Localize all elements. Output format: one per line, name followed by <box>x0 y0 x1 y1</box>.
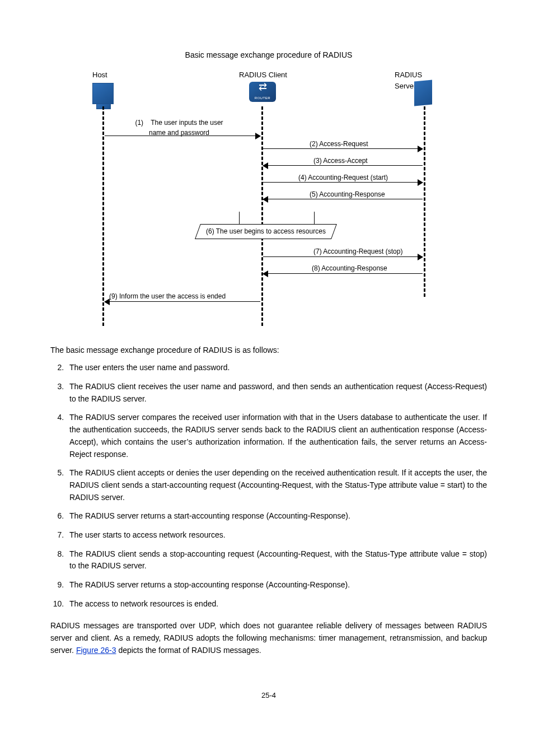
closing-after: depicts the format of RADIUS messages. <box>118 646 261 655</box>
msg-6-connector-left <box>239 212 240 224</box>
step-9: The RADIUS server returns a stop-account… <box>66 579 487 591</box>
procedure-list: The user enters the user name and passwo… <box>50 362 487 610</box>
msg-9-label: (9) Inform the user the access is ended <box>109 291 226 302</box>
msg-2-label: (2) Access-Request <box>310 139 368 150</box>
host-label: Host <box>92 69 107 81</box>
closing-paragraph: RADIUS messages are transported over UDP… <box>50 620 487 656</box>
step-2: The user enters the user name and passwo… <box>66 362 487 374</box>
figure-reference-link[interactable]: Figure 26-3 <box>76 646 116 655</box>
msg-3-arrow <box>263 165 423 166</box>
msg-7-arrow <box>263 256 423 258</box>
msg-3-label: (3) Access-Accept <box>313 156 368 166</box>
step-3: The RADIUS client receives the user name… <box>66 381 487 405</box>
step-6: The RADIUS server returns a start-accoun… <box>66 510 487 522</box>
step-4: The RADIUS server compares the received … <box>66 412 487 460</box>
client-label: RADIUS Client <box>239 69 287 81</box>
page-number: 25-4 <box>50 690 487 701</box>
step-8: The RADIUS client sends a stop-accountin… <box>66 548 487 572</box>
lifeline-host <box>102 106 104 326</box>
msg-6-connector-right <box>314 212 315 224</box>
radius-sequence-diagram: Host RADIUS Client RADIUS Server (1) The… <box>92 67 445 330</box>
host-icon <box>92 83 114 104</box>
step-10: The access to network resources is ended… <box>66 598 487 610</box>
msg-7-label: (7) Accounting-Request (stop) <box>313 246 402 257</box>
router-icon <box>249 82 276 102</box>
figure-caption: Basic message exchange procedure of RADI… <box>50 49 487 62</box>
msg-8-label: (8) Accounting-Response <box>312 263 387 274</box>
msg-4-arrow <box>263 182 423 183</box>
lifeline-client <box>261 106 263 326</box>
msg-6-label: (6) The user begins to access resources <box>206 226 326 237</box>
msg-6-box: (6) The user begins to access resources <box>195 224 337 239</box>
step-5: The RADIUS client accepts or denies the … <box>66 467 487 503</box>
intro-line: The basic message exchange procedure of … <box>50 344 487 357</box>
step-7: The user starts to access network resour… <box>66 529 487 542</box>
msg-5-label: (5) Accounting-Response <box>310 189 385 200</box>
msg-4-label: (4) Accounting-Request (start) <box>298 172 388 183</box>
lifeline-server <box>424 106 425 297</box>
msg-5-arrow <box>263 199 423 200</box>
msg-9-arrow <box>105 301 260 302</box>
content-body: The basic message exchange procedure of … <box>50 344 487 657</box>
page: Basic message exchange procedure of RADI… <box>0 0 534 724</box>
msg-1-arrow <box>105 136 260 137</box>
msg-8-arrow <box>263 273 423 274</box>
server-icon <box>414 80 432 106</box>
msg-2-arrow <box>263 148 423 150</box>
